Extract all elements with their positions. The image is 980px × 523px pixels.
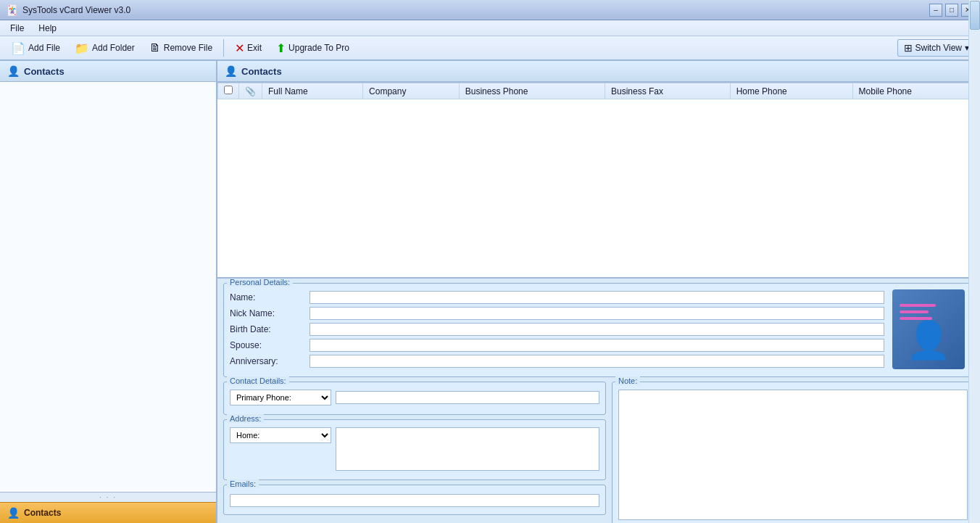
- avatar-card: 👤: [892, 289, 965, 369]
- sidebar-footer-label: Contacts: [24, 508, 61, 518]
- switch-view-grid-icon: ⊞: [904, 42, 913, 54]
- avatar-lines: [900, 304, 936, 320]
- address-row: Home:: [230, 427, 599, 471]
- remove-file-button[interactable]: 🗎 Remove File: [143, 38, 219, 57]
- col-full-name[interactable]: Full Name: [262, 83, 363, 99]
- email-input[interactable]: [230, 494, 599, 507]
- col-business-phone[interactable]: Business Phone: [459, 83, 605, 99]
- name-row: Name:: [230, 291, 884, 304]
- attachment-icon: 📎: [245, 86, 256, 96]
- spouse-input[interactable]: [310, 339, 884, 352]
- anniversary-label: Anniversary:: [230, 356, 310, 366]
- emails-section: Emails:: [223, 485, 606, 515]
- window-controls: – □ ✕: [929, 4, 974, 17]
- nick-name-input[interactable]: [310, 307, 884, 320]
- note-textarea[interactable]: [618, 390, 968, 520]
- sidebar-footer-item[interactable]: 👤 Contacts: [0, 502, 216, 523]
- address-textarea[interactable]: [336, 427, 599, 471]
- address-section: Address: Home:: [223, 419, 606, 480]
- content-area: 👤 Contacts 📎 Full Name Company B: [217, 61, 980, 523]
- upgrade-button[interactable]: ⬆ Upgrade To Pro: [270, 38, 356, 58]
- nick-name-label: Nick Name:: [230, 308, 310, 318]
- avatar-area: 👤: [892, 289, 965, 369]
- right-scrollbar[interactable]: [968, 0, 980, 523]
- col-business-fax[interactable]: Business Fax: [605, 83, 730, 99]
- sidebar-content[interactable]: [0, 82, 216, 492]
- sidebar-header: 👤 Contacts: [0, 61, 216, 82]
- emails-row: [230, 494, 599, 507]
- sidebar-header-icon: 👤: [7, 65, 20, 77]
- sidebar-dots-text: · · ·: [99, 493, 117, 501]
- avatar-figure: 👤: [906, 322, 951, 358]
- anniversary-row: Anniversary:: [230, 355, 884, 368]
- add-file-label: Add File: [28, 43, 60, 53]
- col-company[interactable]: Company: [363, 83, 460, 99]
- contact-details-section: Contact Details: Primary Phone:: [223, 382, 606, 415]
- add-folder-label: Add Folder: [92, 43, 135, 53]
- address-legend: Address:: [227, 414, 264, 423]
- avatar-line-1: [900, 304, 936, 307]
- detail-panel[interactable]: Personal Details: 👤 Name:: [217, 279, 980, 523]
- address-type-select[interactable]: Home:: [230, 427, 331, 443]
- birth-date-input[interactable]: [310, 323, 884, 336]
- spouse-label: Spouse:: [230, 340, 310, 350]
- sidebar-dots: · · ·: [0, 492, 216, 502]
- emails-legend: Emails:: [227, 479, 259, 488]
- upgrade-label: Upgrade To Pro: [288, 43, 349, 53]
- col-checkbox: [218, 83, 239, 99]
- left-detail-col: Contact Details: Primary Phone: Address:: [223, 382, 606, 523]
- contact-details-legend: Contact Details:: [227, 376, 289, 385]
- main-layout: 👤 Contacts · · · 👤 Contacts 👤 Contacts: [0, 61, 980, 523]
- app-title: SysTools vCard Viewer v3.0: [22, 5, 929, 15]
- toolbar: 📄 Add File 📁 Add Folder 🗎 Remove File ✕ …: [0, 36, 980, 61]
- switch-view-button[interactable]: ⊞ Switch View ▾: [897, 39, 976, 57]
- contacts-table: 📎 Full Name Company Business Phone Busin…: [217, 83, 980, 99]
- menu-help[interactable]: Help: [31, 22, 64, 35]
- add-file-button[interactable]: 📄 Add File: [4, 38, 67, 58]
- select-all-checkbox[interactable]: [224, 86, 233, 94]
- table-header-row: 📎 Full Name Company Business Phone Busin…: [218, 83, 980, 99]
- primary-phone-select[interactable]: Primary Phone:: [230, 390, 331, 405]
- titlebar: 🃏 SysTools vCard Viewer v3.0 – □ ✕: [0, 0, 980, 20]
- name-label: Name:: [230, 292, 310, 302]
- contacts-panel-header: 👤 Contacts: [217, 61, 980, 83]
- birth-date-label: Birth Date:: [230, 324, 310, 334]
- sidebar-header-label: Contacts: [24, 66, 65, 77]
- name-input[interactable]: [310, 291, 884, 304]
- exit-icon: ✕: [235, 41, 244, 55]
- app-icon: 🃏: [6, 4, 18, 16]
- add-folder-icon: 📁: [75, 41, 89, 55]
- right-detail-col: Note:: [612, 382, 974, 523]
- remove-file-icon: 🗎: [149, 41, 161, 54]
- contacts-header-label: Contacts: [241, 66, 282, 77]
- nick-name-row: Nick Name:: [230, 307, 884, 320]
- upgrade-icon: ⬆: [276, 41, 286, 55]
- birth-date-row: Birth Date:: [230, 323, 884, 336]
- col-icon: 📎: [239, 83, 262, 99]
- anniversary-input[interactable]: [310, 355, 884, 368]
- avatar-line-3: [900, 317, 932, 320]
- spouse-row: Spouse:: [230, 339, 884, 352]
- exit-button[interactable]: ✕ Exit: [228, 38, 268, 58]
- avatar-line-2: [900, 310, 929, 313]
- menu-file[interactable]: File: [3, 22, 31, 35]
- contacts-table-area: 📎 Full Name Company Business Phone Busin…: [217, 83, 980, 279]
- personal-details-legend: Personal Details:: [227, 279, 293, 287]
- exit-label: Exit: [247, 43, 262, 53]
- primary-phone-row: Primary Phone:: [230, 390, 599, 405]
- add-file-icon: 📄: [11, 41, 25, 55]
- sidebar-footer-icon: 👤: [7, 507, 20, 519]
- minimize-button[interactable]: –: [929, 4, 942, 17]
- maximize-button[interactable]: □: [945, 4, 958, 17]
- note-legend: Note:: [615, 376, 640, 385]
- note-section: Note:: [612, 382, 974, 523]
- primary-phone-input[interactable]: [336, 391, 599, 404]
- menubar: File Help: [0, 20, 980, 36]
- add-folder-button[interactable]: 📁 Add Folder: [68, 38, 141, 58]
- personal-details-section: Personal Details: 👤 Name:: [223, 283, 974, 377]
- col-mobile-phone[interactable]: Mobile Phone: [852, 83, 979, 99]
- col-home-phone[interactable]: Home Phone: [730, 83, 852, 99]
- scrollbar-thumb[interactable]: [970, 1, 980, 30]
- remove-file-label: Remove File: [164, 43, 212, 53]
- toolbar-separator-1: [223, 39, 224, 57]
